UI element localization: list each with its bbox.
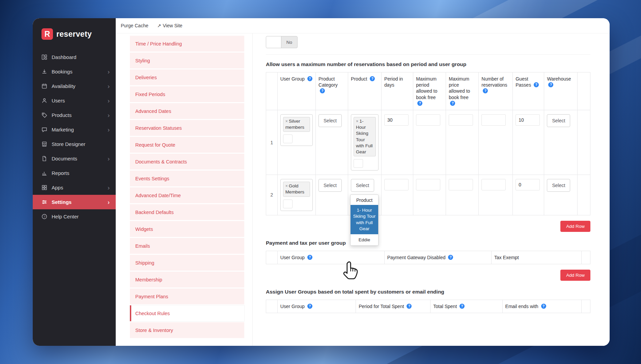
sidebar-item-label: Documents: [52, 156, 77, 161]
sidebar-item-bookings[interactable]: Bookings ›: [33, 64, 116, 79]
col-header-period-for-total-spent: Period for Total Spent ?: [356, 300, 430, 313]
settings-menu-item-membership[interactable]: Membership: [130, 272, 244, 287]
product-category-select-button[interactable]: Select: [318, 114, 342, 127]
chip-input[interactable]: [354, 159, 363, 168]
sidebar-item-reports[interactable]: Reports: [33, 166, 116, 180]
settings-menu-item-widgets[interactable]: Widgets: [130, 221, 244, 237]
help-icon[interactable]: ?: [307, 76, 312, 81]
help-icon[interactable]: ?: [548, 82, 553, 87]
external-link-icon: ↗: [157, 23, 161, 28]
col-header-email-ends-with: Email ends with ?: [502, 300, 581, 313]
brand-text: reservety: [56, 30, 92, 39]
user-group-multiselect[interactable]: ×Gold Members: [280, 179, 313, 211]
settings-menu-item-advanced-dates[interactable]: Advanced Dates: [130, 103, 244, 119]
help-icon[interactable]: ?: [407, 304, 412, 309]
sidebar-item-availability[interactable]: Availability ›: [33, 79, 116, 93]
settings-menu-item-documents-contracts[interactable]: Documents & Contracts: [130, 154, 244, 170]
settings-menu-item-styling[interactable]: Styling: [130, 53, 244, 68]
remove-tag-icon[interactable]: ×: [285, 184, 288, 188]
dashboard-icon: [41, 54, 47, 60]
settings-menu-item-reservation-statuses[interactable]: Reservation Statuses: [130, 120, 244, 136]
settings-menu-item-payment-plans[interactable]: Payment Plans: [130, 289, 244, 304]
max-price-input[interactable]: [449, 179, 473, 190]
settings-menu-item-request-for-quote[interactable]: Request for Quote: [130, 137, 244, 153]
reservations-count-input[interactable]: [481, 179, 506, 190]
user-group-multiselect[interactable]: ×Silver members: [280, 114, 313, 146]
purge-cache-link[interactable]: Purge Cache: [121, 23, 148, 28]
chevron-right-icon: ›: [108, 155, 110, 162]
help-icon[interactable]: ?: [534, 82, 539, 87]
dropdown-option-highlighted[interactable]: 1- Hour Skiing Tour with Full Gear: [351, 205, 378, 234]
guest-passes-input[interactable]: [515, 114, 540, 126]
remove-tag-icon[interactable]: ×: [356, 119, 358, 124]
product-category-select-button[interactable]: Select: [318, 179, 342, 192]
chevron-right-icon: ›: [108, 112, 110, 118]
sidebar-item-marketing[interactable]: Marketing ›: [33, 122, 116, 137]
desktop-background: R reservety Dashboard Bookings › Availab…: [0, 0, 641, 364]
toggle-no[interactable]: No: [266, 36, 298, 48]
sidebar-item-dashboard[interactable]: Dashboard: [33, 50, 116, 64]
reservations-count-input[interactable]: [481, 114, 506, 126]
settings-menu-item-shipping[interactable]: Shipping: [130, 255, 244, 271]
warehouse-select-button[interactable]: Select: [547, 114, 570, 127]
settings-menu-item-advanced-date-time[interactable]: Advanced Date/Time: [130, 187, 244, 203]
help-icon[interactable]: ?: [307, 255, 312, 260]
guest-passes-input[interactable]: [515, 179, 540, 190]
max-price-input[interactable]: [449, 114, 473, 126]
add-row-button[interactable]: Add Row: [560, 270, 590, 281]
sidebar-item-documents[interactable]: Documents ›: [33, 151, 116, 166]
chevron-right-icon: ›: [108, 126, 110, 133]
period-in-days-input[interactable]: [384, 179, 409, 190]
dropdown-option-eddie[interactable]: Eddie: [351, 234, 378, 245]
sidebar-item-label: Marketing: [52, 127, 74, 132]
chip-input[interactable]: [283, 134, 292, 143]
sidebar-item-label: Availability: [52, 83, 76, 89]
help-icon[interactable]: ?: [417, 101, 422, 106]
col-header-rownum: [266, 300, 278, 313]
settings-menu-item-backend-defaults[interactable]: Backend Defaults: [130, 204, 244, 220]
max-period-input[interactable]: [416, 179, 440, 190]
settings-menu-item-events-settings[interactable]: Events Settings: [130, 171, 244, 186]
chevron-right-icon: ›: [108, 83, 110, 89]
settings-menu: Time / Price Handling Styling Deliveries…: [116, 33, 253, 346]
help-icon[interactable]: ?: [459, 304, 465, 309]
sidebar-item-products[interactable]: Products ›: [33, 108, 116, 122]
period-in-days-input[interactable]: [384, 114, 409, 126]
sidebar-item-apps[interactable]: Apps ›: [33, 180, 116, 195]
settings-menu-item-deliveries[interactable]: Deliveries: [130, 69, 244, 85]
sidebar-item-users[interactable]: Users ›: [33, 93, 116, 108]
max-period-input[interactable]: [416, 114, 440, 126]
sidebar-item-label: Store Designer: [52, 141, 85, 147]
settings-menu-item-checkout-rules[interactable]: Checkout Rules: [130, 305, 244, 321]
help-center-icon: ?: [41, 214, 47, 219]
col-header-user-group: User Group ?: [277, 251, 384, 264]
remove-tag-icon[interactable]: ×: [285, 119, 288, 124]
warehouse-select-button[interactable]: Select: [547, 179, 570, 192]
help-icon[interactable]: ?: [450, 101, 455, 106]
view-site-link[interactable]: ↗ View Site: [157, 23, 183, 28]
help-icon[interactable]: ?: [307, 304, 312, 309]
payment-section-title: Payment and tax per user group: [266, 240, 590, 246]
add-row-button[interactable]: Add Row: [560, 221, 590, 232]
chip-input[interactable]: [283, 200, 292, 208]
sidebar-item-help-center[interactable]: ? Help Center: [33, 209, 116, 224]
settings-menu-item-fixed-periods[interactable]: Fixed Periods: [130, 86, 244, 102]
product-multiselect[interactable]: ×1- Hour Skiing Tour with Full Gear: [351, 114, 379, 171]
product-select-button[interactable]: Select: [351, 179, 374, 192]
sidebar-item-store-designer[interactable]: Store Designer: [33, 137, 116, 151]
settings-menu-item-store-inventory[interactable]: Store & Inventory: [130, 322, 244, 338]
topbar: Purge Cache ↗ View Site: [116, 18, 610, 33]
dropdown-group-label: Product: [351, 195, 378, 205]
col-header-max-price: Maximum price allowed to book free ?: [446, 72, 479, 110]
help-icon[interactable]: ?: [541, 304, 546, 309]
help-icon[interactable]: ?: [448, 255, 453, 260]
settings-menu-item-time-price-handling[interactable]: Time / Price Handling: [130, 36, 244, 52]
help-icon[interactable]: ?: [483, 88, 488, 93]
help-icon[interactable]: ?: [370, 76, 375, 81]
settings-menu-item-emails[interactable]: Emails: [130, 238, 244, 254]
col-header-user-group: User Group ?: [277, 300, 356, 313]
sidebar-item-settings[interactable]: Settings ›: [33, 195, 116, 209]
reservations-table: User Group ? Product Category ? Product …: [266, 72, 590, 215]
col-header-rownum: [266, 72, 278, 110]
help-icon[interactable]: ?: [320, 88, 325, 93]
